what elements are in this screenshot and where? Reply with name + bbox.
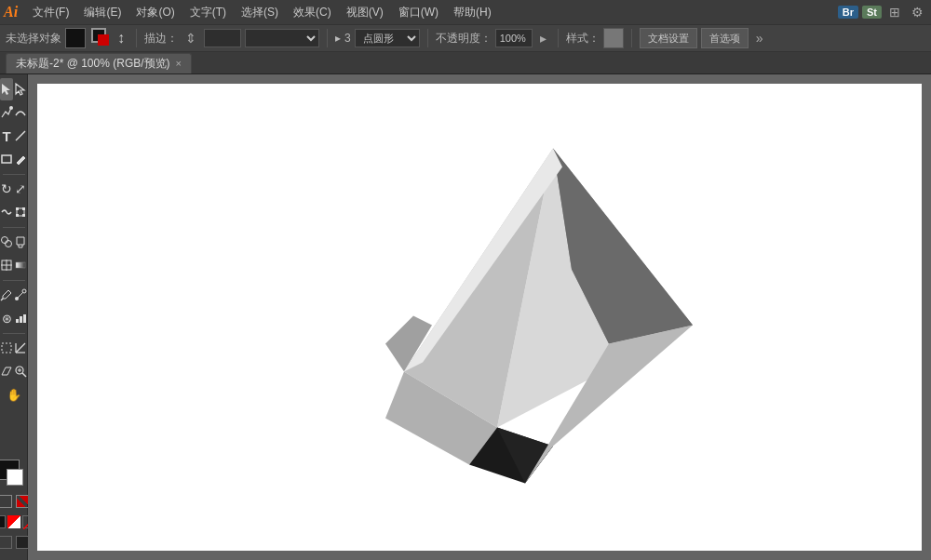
stroke-up-down-icon[interactable]: ⇕	[182, 31, 200, 46]
tool-row-shape	[0, 148, 27, 170]
stroke-input[interactable]	[204, 29, 241, 47]
options-more-icon[interactable]: »	[752, 31, 767, 46]
fill-mode-icon[interactable]	[0, 515, 6, 528]
toolbar: T ↻ ⤢	[0, 74, 28, 560]
grid-icon[interactable]: ⊞	[885, 5, 904, 20]
svg-marker-0	[2, 84, 10, 95]
no-selection-label: 未选择对象	[6, 31, 61, 47]
select-tool[interactable]	[0, 78, 13, 100]
svg-rect-23	[2, 343, 11, 353]
mesh-tool[interactable]	[0, 254, 13, 276]
tool-row-select	[0, 78, 27, 100]
type-tool[interactable]: T	[0, 125, 13, 147]
svg-rect-6	[16, 207, 19, 210]
shape-select[interactable]: 点圆形	[355, 29, 420, 47]
preferences-button[interactable]: 首选项	[701, 28, 749, 48]
warp-tool[interactable]	[0, 201, 13, 223]
svg-line-28	[22, 373, 26, 377]
menu-effect[interactable]: 效果(C)	[286, 0, 339, 24]
menu-file[interactable]: 文件(F)	[25, 0, 76, 24]
paintbucket-tool[interactable]	[14, 231, 27, 253]
svg-line-16	[1, 299, 3, 300]
normal-mode-icon[interactable]	[0, 536, 12, 549]
tool-sep-1	[3, 174, 25, 175]
svg-point-11	[6, 241, 12, 247]
menu-object[interactable]: 对象(O)	[128, 0, 182, 24]
pen-tool[interactable]	[0, 101, 13, 124]
doc-settings-button[interactable]: 文档设置	[640, 28, 697, 48]
symbol-sprayer-tool[interactable]: ⊛	[0, 307, 13, 329]
shape-builder-tool[interactable]	[0, 231, 13, 253]
doc-tab[interactable]: 未标题-2* @ 100% (RGB/预览) ×	[6, 53, 192, 73]
tool-sep-4	[3, 333, 25, 334]
none-stroke-icon[interactable]	[0, 495, 12, 508]
svg-point-2	[9, 106, 13, 110]
eyedropper-tool[interactable]	[0, 284, 13, 306]
pt-value: 3	[344, 32, 351, 45]
doc-tab-title: 未标题-2* @ 100% (RGB/预览)	[16, 56, 170, 72]
gradient-tool[interactable]	[14, 254, 27, 276]
slice-tool[interactable]	[14, 337, 27, 359]
opacity-input[interactable]	[495, 29, 533, 47]
screen-mode-icons	[0, 536, 31, 549]
zoom-tool[interactable]	[14, 360, 27, 382]
tool-row-type: T	[0, 125, 27, 147]
svg-rect-21	[20, 316, 22, 323]
stroke-select[interactable]	[245, 29, 319, 47]
canvas-area[interactable]	[28, 74, 931, 560]
search-icon[interactable]: ⚙	[908, 5, 927, 20]
main-area: T ↻ ⤢	[0, 74, 931, 560]
tool-row-eye	[0, 284, 27, 306]
none-fill-icon[interactable]	[16, 495, 29, 508]
stroke-indicator[interactable]	[89, 28, 110, 48]
scale-tool[interactable]: ⤢	[14, 178, 27, 200]
svg-line-3	[16, 131, 25, 140]
fill-color-box[interactable]	[65, 28, 86, 48]
svg-line-24	[16, 343, 25, 353]
menu-type[interactable]: 文字(T)	[182, 0, 234, 24]
gradient-mode-icon[interactable]	[7, 515, 20, 528]
pencil-tool[interactable]	[14, 148, 27, 170]
opacity-expand-icon[interactable]: ▸	[536, 31, 550, 46]
tool-sep-3	[3, 280, 25, 281]
menu-edit[interactable]: 编辑(E)	[76, 0, 128, 24]
menu-select[interactable]: 选择(S)	[234, 0, 286, 24]
column-graph-tool[interactable]	[14, 307, 27, 329]
free-transform-tool[interactable]	[14, 201, 27, 223]
direct-select-tool[interactable]	[14, 78, 27, 100]
paper-airplane-svg	[292, 140, 702, 493]
blend-tool[interactable]	[14, 284, 27, 306]
svg-rect-4	[2, 155, 11, 163]
line-tool[interactable]	[14, 125, 27, 147]
separator-1	[136, 29, 137, 47]
stroke-label: 描边：	[144, 31, 178, 47]
rectangle-tool[interactable]	[0, 148, 13, 170]
stroke-type-icon[interactable]: ↕	[114, 30, 128, 47]
svg-rect-9	[22, 214, 25, 217]
rotate-tool[interactable]: ↻	[0, 178, 13, 200]
svg-rect-22	[23, 314, 26, 323]
tool-row-eraser	[0, 360, 27, 382]
svg-point-10	[2, 237, 8, 244]
eraser-tool[interactable]	[0, 360, 13, 382]
stock-button[interactable]: St	[862, 6, 882, 19]
options-bar: 未选择对象 ↕ 描边： ⇕ ▸ 3 点圆形 不透明度： ▸ 样式： 文档设置 首…	[0, 24, 931, 52]
menu-view[interactable]: 视图(V)	[339, 0, 391, 24]
tool-row-rotate: ↻ ⤢	[0, 178, 27, 200]
separator-2	[327, 29, 328, 47]
background-color[interactable]	[7, 469, 23, 486]
tool-sep-2	[3, 227, 25, 228]
curvature-tool[interactable]	[14, 101, 27, 124]
artboard-tool[interactable]	[0, 337, 13, 359]
canvas-document	[37, 84, 922, 551]
menu-help[interactable]: 帮助(H)	[446, 0, 499, 24]
hand-tool[interactable]: ✋	[2, 383, 26, 406]
style-preview[interactable]	[603, 28, 624, 48]
pt-label: ▸	[335, 32, 341, 45]
tool-row-pen	[0, 101, 27, 124]
bridge-button[interactable]: Br	[838, 6, 858, 19]
doc-tab-close-button[interactable]: ×	[176, 58, 182, 69]
svg-rect-15	[16, 262, 25, 268]
tool-row-warp	[0, 201, 27, 223]
menu-window[interactable]: 窗口(W)	[391, 0, 446, 24]
